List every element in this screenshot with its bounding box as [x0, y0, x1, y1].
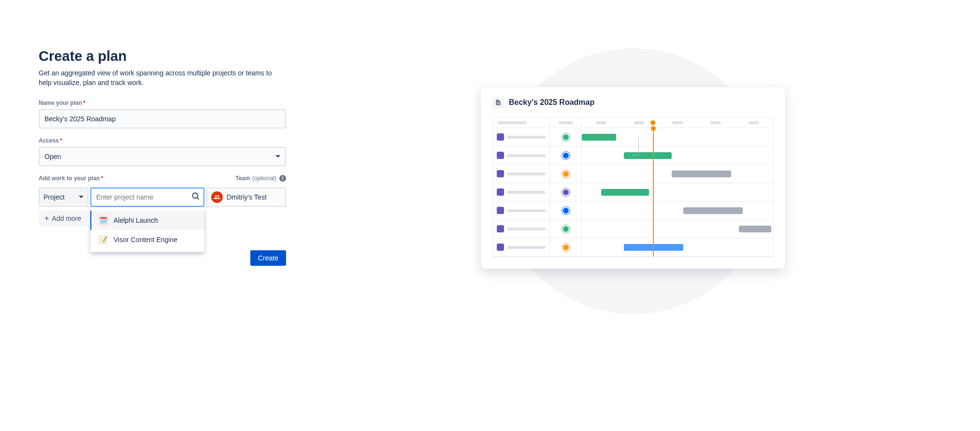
- svg-point-0: [192, 193, 198, 198]
- team-avatar-icon: [211, 191, 223, 203]
- plan-name-input[interactable]: [39, 109, 286, 129]
- dropdown-item-alelphi[interactable]: 🗓️ Alelphi Launch: [90, 211, 204, 230]
- preview-column: Becky's 2025 Roadmap: [325, 48, 941, 269]
- gantt-row: [493, 220, 773, 238]
- search-icon: [191, 191, 201, 203]
- project-icon: 🗓️: [97, 215, 109, 226]
- project-name-input[interactable]: [90, 187, 204, 207]
- work-type-select[interactable]: Project: [39, 187, 88, 207]
- page-subtitle: Get an aggregated view of work spanning …: [39, 68, 286, 88]
- gantt-row: [493, 201, 773, 220]
- gantt-chart: [492, 117, 774, 257]
- name-label: Name your plan*: [39, 100, 286, 106]
- preview-title: Becky's 2025 Roadmap: [509, 98, 594, 107]
- preview-card: Becky's 2025 Roadmap: [481, 87, 785, 269]
- create-button[interactable]: Create: [250, 250, 286, 266]
- access-select[interactable]: Open: [39, 147, 286, 166]
- add-work-label: Add work to your plan*: [39, 175, 103, 182]
- gantt-row: [493, 238, 773, 257]
- project-icon: 📝: [97, 234, 109, 245]
- plus-icon: +: [44, 214, 49, 223]
- gantt-row: [493, 183, 773, 201]
- chevron-down-icon: [79, 196, 84, 198]
- gantt-row: [493, 165, 773, 183]
- document-icon: [492, 97, 504, 108]
- svg-line-1: [197, 198, 199, 200]
- dropdown-item-visor[interactable]: 📝 Visor Content Engine: [90, 230, 204, 249]
- access-label: Access*: [39, 137, 286, 144]
- project-dropdown: 🗓️ Alelphi Launch 📝 Visor Content Engine: [90, 208, 204, 252]
- chevron-down-icon: [275, 155, 280, 158]
- page-title: Create a plan: [39, 48, 286, 64]
- info-icon: i: [279, 175, 286, 182]
- form-column: Create a plan Get an aggregated view of …: [39, 48, 286, 269]
- add-more-button[interactable]: + Add more: [39, 211, 87, 226]
- team-select[interactable]: Dmitriy's Test: [206, 187, 286, 207]
- team-label: Team (optional) i: [236, 175, 287, 182]
